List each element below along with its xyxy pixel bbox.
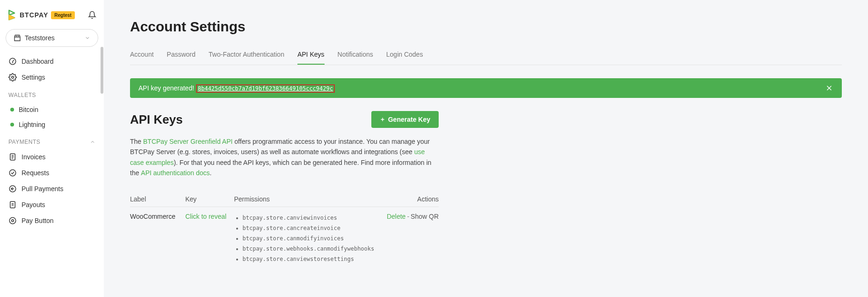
nav-payouts-label: Payouts (22, 201, 45, 208)
store-selector[interactable]: Teststores (6, 29, 98, 47)
sidebar-header: BTCPAY Regtest (6, 6, 98, 27)
alert-prefix: API key generated! (138, 84, 196, 92)
generate-key-label: Generate Key (388, 116, 430, 123)
section-wallets-label: WALLETS (8, 92, 36, 98)
th-key: Key (185, 192, 234, 207)
permissions-list: btcpay.store.canviewinvoices btcpay.stor… (234, 213, 375, 264)
tab-notifications[interactable]: Notifications (338, 48, 373, 65)
nav-dashboard-label: Dashboard (22, 58, 54, 65)
api-keys-table: Label Key Permissions Actions WooCommerc… (130, 192, 439, 270)
page-title: Account Settings (130, 19, 842, 35)
th-actions: Actions (374, 192, 439, 207)
tab-account[interactable]: Account (130, 48, 154, 65)
nav-invoices-label: Invoices (22, 153, 45, 161)
main-content: Account Settings Account Password Two-Fa… (104, 0, 868, 297)
alert-api-key[interactable]: 8b4425d550cb7a7d19bf623836649105ccc9429c (196, 84, 335, 93)
nav-payouts[interactable]: Payouts (6, 197, 98, 213)
nav-requests[interactable]: Requests (6, 165, 98, 181)
status-dot-icon (10, 108, 14, 111)
svg-point-1 (12, 76, 14, 79)
section-payments[interactable]: PAYMENTS (6, 132, 98, 149)
wallet-bitcoin-label: Bitcoin (19, 106, 38, 113)
svg-point-12 (9, 217, 16, 224)
regtest-badge: Regtest (51, 11, 75, 19)
close-icon[interactable] (825, 84, 833, 92)
desc-end: . (210, 169, 211, 177)
permission-item: btcpay.store.canmodifyinvoices (243, 233, 375, 244)
cell-label: WooCommerce (130, 207, 185, 270)
tabs: Account Password Two-Factor Authenticati… (130, 48, 842, 65)
pull-icon (8, 185, 17, 193)
generate-key-button[interactable]: Generate Key (371, 111, 439, 128)
nav-settings-label: Settings (22, 74, 45, 81)
section-wallets: WALLETS (6, 85, 98, 102)
permission-item: btcpay.store.canviewinvoices (243, 213, 375, 223)
permission-item: btcpay.store.canviewstoresettings (243, 254, 375, 264)
alert-success: API key generated! 8b4425d550cb7a7d19bf6… (130, 78, 842, 98)
nav-pull-payments[interactable]: Pull Payments (6, 181, 98, 197)
payouts-icon (8, 200, 17, 209)
separator: - (407, 213, 409, 220)
invoice-icon (8, 153, 17, 161)
tab-password[interactable]: Password (167, 48, 195, 65)
sidebar: BTCPAY Regtest Teststores Dashboard Sett… (0, 0, 104, 297)
wallet-bitcoin[interactable]: Bitcoin (6, 102, 98, 117)
logo[interactable]: BTCPAY Regtest (7, 9, 75, 21)
permission-item: btcpay.store.webhooks.canmodifywebhooks (243, 244, 375, 254)
nav-pay-button-label: Pay Button (22, 217, 54, 224)
requests-icon (8, 169, 17, 177)
section-payments-label: PAYMENTS (8, 139, 40, 145)
reveal-key-link[interactable]: Click to reveal (185, 213, 226, 220)
store-name: Teststores (25, 34, 55, 42)
dashboard-icon (8, 57, 17, 66)
app-root: BTCPAY Regtest Teststores Dashboard Sett… (0, 0, 868, 297)
btcpay-logo-icon (7, 9, 17, 21)
notification-bell-icon[interactable] (88, 11, 96, 19)
show-qr-link[interactable]: Show QR (411, 213, 439, 220)
link-auth-docs[interactable]: API authentication docs (141, 169, 210, 177)
svg-point-13 (12, 220, 14, 222)
nav-invoices[interactable]: Invoices (6, 149, 98, 165)
nav-settings[interactable]: Settings (6, 69, 98, 85)
tab-api-keys[interactable]: API Keys (297, 48, 325, 65)
svg-point-6 (9, 170, 16, 176)
tab-login-codes[interactable]: Login Codes (386, 48, 423, 65)
alert-text: API key generated! 8b4425d550cb7a7d19bf6… (138, 84, 335, 92)
pay-button-icon (8, 216, 17, 225)
wallet-lightning[interactable]: Lightning (6, 117, 98, 132)
table-row: WooCommerce Click to reveal btcpay.store… (130, 207, 439, 270)
th-label: Label (130, 192, 185, 207)
tab-two-factor[interactable]: Two-Factor Authentication (209, 48, 284, 65)
link-greenfield-api[interactable]: BTCPay Server Greenfield API (143, 138, 232, 145)
desc-pre: The (130, 138, 143, 145)
chevron-up-icon (90, 139, 95, 145)
plus-icon (380, 117, 385, 122)
th-permissions: Permissions (234, 192, 375, 207)
api-keys-title: API Keys (130, 112, 183, 127)
logo-text: BTCPAY (20, 11, 48, 19)
nav-requests-label: Requests (22, 169, 49, 177)
gear-icon (8, 73, 17, 82)
api-keys-description: The BTCPay Server Greenfield API offers … (130, 136, 439, 178)
status-dot-icon (10, 123, 14, 126)
permission-item: btcpay.store.cancreateinvoice (243, 223, 375, 233)
scrollbar-track (100, 47, 104, 297)
api-keys-header-row: API Keys Generate Key (130, 111, 439, 128)
chevron-down-icon (85, 35, 90, 41)
store-icon (14, 34, 21, 42)
delete-link[interactable]: Delete (387, 213, 405, 220)
nav-pull-label: Pull Payments (22, 185, 63, 193)
wallet-lightning-label: Lightning (19, 121, 45, 128)
nav-pay-button[interactable]: Pay Button (6, 213, 98, 229)
nav-dashboard[interactable]: Dashboard (6, 53, 98, 69)
store-selector-left: Teststores (14, 34, 55, 42)
scrollbar-thumb[interactable] (101, 47, 103, 94)
